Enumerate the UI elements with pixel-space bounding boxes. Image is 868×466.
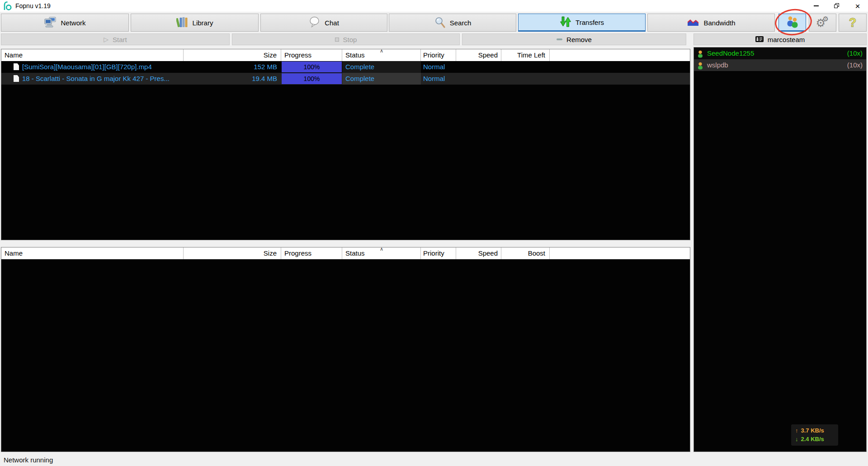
column-header-size[interactable]: Size (184, 49, 281, 61)
column-header-time-left[interactable]: Time Left (501, 49, 550, 61)
download-size: 152 MB (184, 61, 281, 73)
close-icon: × (855, 2, 860, 10)
download-arrow-icon: ↓ (795, 435, 798, 443)
column-header-name[interactable]: Name (1, 49, 184, 61)
speed-overlay: ↑ 3.7 KB/s ↓ 2.4 KB/s (791, 424, 838, 446)
users-button[interactable] (778, 14, 806, 32)
help-icon: ? (849, 17, 857, 29)
remove-button[interactable]: Remove (462, 33, 686, 45)
download-status: Complete (342, 73, 421, 85)
column-header-size[interactable]: Size (184, 247, 281, 259)
download-priority: Normal (421, 73, 456, 85)
identity-button[interactable]: marcosteam (693, 33, 867, 45)
column-header-speed[interactable]: Speed (456, 247, 501, 259)
peer-count: (10x) (847, 48, 863, 59)
column-header-name[interactable]: Name (1, 247, 184, 259)
uploads-header: Name Size Progress Status Priority Speed… (1, 247, 690, 259)
upload-arrow-icon: ↑ (795, 426, 798, 435)
network-icon (44, 16, 57, 29)
tab-library[interactable]: Library (131, 14, 259, 32)
download-speed: 2.4 KB/s (801, 435, 824, 443)
peer-count: (10x) (847, 59, 863, 71)
column-header-progress[interactable]: Progress (281, 49, 342, 61)
progress-bar: 100% (282, 73, 342, 84)
uploads-panel: Name Size Progress Status Priority Speed… (1, 247, 690, 452)
minimize-icon (814, 5, 819, 6)
download-row[interactable]: [SumiSora][Maousama][01][GB][720p].mp4 1… (1, 61, 690, 73)
remove-icon (557, 38, 562, 40)
chat-bubble-icon (309, 16, 321, 29)
close-button[interactable]: × (847, 0, 868, 12)
tab-label: Bandwidth (703, 19, 735, 27)
peers-panel: SeedNode1255 (10x) wslpdb (10x) ↑ 3.7 KB… (693, 47, 867, 452)
start-button[interactable]: ▷ Start (1, 33, 230, 45)
stop-button[interactable]: Stop (232, 33, 460, 45)
column-header-priority[interactable]: Priority (421, 49, 456, 61)
restore-button[interactable] (826, 0, 847, 12)
download-row[interactable]: 18 - Scarlatti - Sonata in G major Kk 42… (1, 73, 690, 85)
peer-name: wslpdb (707, 59, 728, 71)
tab-label: Transfers (576, 19, 604, 26)
peer-row[interactable]: wslpdb (10x) (694, 59, 866, 71)
restore-icon (834, 3, 840, 9)
sort-indicator-icon: ∧ (342, 48, 421, 53)
transfers-arrows-icon (560, 16, 571, 29)
tab-label: Chat (325, 19, 339, 27)
peer-row[interactable]: SeedNode1255 (10x) (694, 48, 866, 59)
column-header-priority[interactable]: Priority (421, 247, 456, 259)
help-button[interactable]: ? (839, 14, 867, 32)
column-header-boost[interactable]: Boost (501, 247, 550, 259)
minimize-button[interactable] (806, 0, 826, 12)
sort-indicator-icon: ∧ (342, 247, 421, 252)
tab-chat[interactable]: Chat (260, 14, 387, 32)
tab-transfers[interactable]: Transfers (518, 14, 646, 32)
tab-bandwidth[interactable]: Bandwidth (647, 14, 775, 32)
downloads-header: Name Size Progress Status Priority Speed… (1, 49, 690, 61)
gear-icon: ⚙ ⚙ (816, 16, 830, 29)
peer-name: SeedNode1255 (707, 48, 754, 59)
status-text: Network running (4, 456, 53, 464)
settings-button[interactable]: ⚙ ⚙ (809, 14, 836, 32)
downloads-panel: Name Size Progress Status Priority Speed… (1, 49, 690, 240)
tab-label: Search (450, 19, 472, 27)
file-icon (14, 63, 19, 70)
tab-network[interactable]: Network (1, 14, 129, 32)
app-window: Fopnu v1.19 × Network (0, 0, 868, 466)
start-icon: ▷ (104, 36, 108, 43)
status-bar: Network running (0, 454, 868, 466)
library-icon (176, 16, 189, 29)
upload-speed: 3.7 KB/s (801, 426, 824, 435)
search-icon (434, 16, 446, 29)
app-logo-icon (3, 1, 12, 10)
window-title: Fopnu v1.19 (15, 2, 51, 10)
column-header-progress[interactable]: Progress (281, 247, 342, 259)
download-priority: Normal (421, 61, 456, 73)
progress-bar: 100% (282, 62, 342, 72)
stop-icon (335, 38, 339, 42)
tab-label: Library (193, 19, 213, 27)
contact-card-icon (755, 36, 764, 43)
users-icon (786, 15, 799, 29)
download-size: 19.4 MB (184, 73, 281, 85)
title-bar: Fopnu v1.19 × (0, 0, 868, 12)
column-header-speed[interactable]: Speed (456, 49, 501, 61)
tab-label: Network (61, 19, 85, 27)
file-icon (14, 75, 19, 82)
person-icon (697, 62, 703, 73)
identity-label: marcosteam (768, 36, 805, 43)
bandwidth-graph-icon (687, 18, 699, 28)
download-status: Complete (342, 61, 421, 73)
tab-search[interactable]: Search (389, 14, 516, 32)
